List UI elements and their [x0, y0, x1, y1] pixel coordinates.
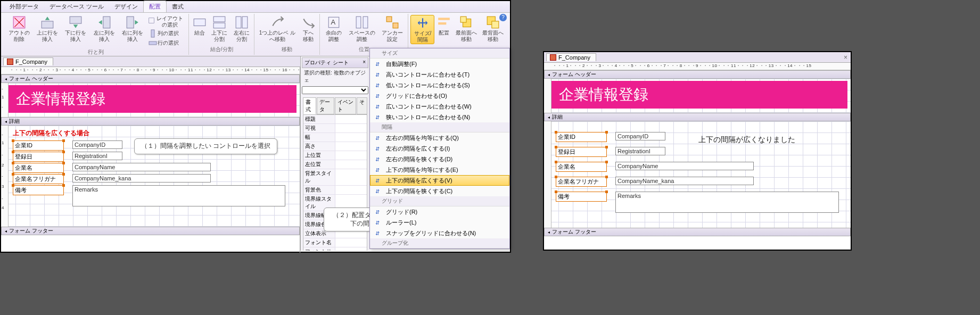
spacing-icon: ⇵	[373, 70, 382, 79]
split-v-button[interactable]: 上下に 分割	[209, 15, 230, 43]
title-label[interactable]: 企業情報登録	[9, 85, 297, 113]
textbox-reg-date[interactable]: RegistrationI	[72, 152, 122, 160]
dd-item[interactable]: ⇵高いコントロールに合わせる(T)	[370, 69, 509, 80]
property-close-icon[interactable]: ×	[363, 59, 366, 67]
dd-item[interactable]: ⇵ルーラー(L)	[370, 217, 509, 228]
spacing-icon: ⇵	[373, 229, 382, 237]
dd-item[interactable]: ⇵上下の間隔を均等にする(E)	[370, 164, 509, 175]
tab-arrange[interactable]: 配置	[143, 1, 167, 12]
label-company-id[interactable]: 企業ID	[13, 140, 64, 151]
prop-row[interactable]: 背景スタイル	[303, 169, 367, 186]
dd-item[interactable]: ⇵狭いコントロールに合わせる(N)	[370, 112, 509, 122]
textbox-remarks[interactable]: Remarks	[72, 185, 285, 206]
prop-row[interactable]: 上位置	[303, 151, 367, 160]
col-select-button[interactable]: 列の選択	[147, 29, 186, 38]
label-company-id-r[interactable]: 企業ID	[556, 132, 607, 142]
property-object-select[interactable]	[302, 86, 368, 94]
tab-format[interactable]: 書式	[167, 1, 189, 12]
insert-col-left-button[interactable]: 左に列を 挿入	[90, 15, 118, 43]
dd-item[interactable]: ⇵上下の間隔を狭くする(C)	[370, 186, 509, 196]
label-company-kana-r[interactable]: 企業名フリガナ	[556, 177, 607, 187]
svg-rect-24	[460, 16, 466, 22]
dd-section-size: サイズ	[370, 48, 509, 59]
dd-item[interactable]: ⇵グリッドに合わせる(O)	[370, 90, 509, 101]
group-merge-split: 結合 上下に 分割 左右に 分割 結合/分割	[189, 14, 255, 55]
form-header-grid-r[interactable]: 企業情報登録	[544, 79, 851, 113]
tab-external-data[interactable]: 外部データ	[4, 1, 44, 12]
label-reg-date[interactable]: 登録日	[13, 152, 64, 162]
insert-col-right-button[interactable]: 右に列を 挿入	[119, 15, 146, 43]
textbox-company-name[interactable]: CompanyName	[72, 163, 211, 171]
tab-db-tools[interactable]: データベース ツール	[44, 1, 109, 12]
dd-item[interactable]: ⇵自動調整(F)	[370, 59, 509, 69]
label-company-kana[interactable]: 企業名フリガナ	[13, 174, 64, 184]
horizontal-ruler-r: ・・・1・・・2・・・3・・・4・・・5・・・6・・・7・・・8・・・9・・・1…	[544, 63, 851, 70]
align-button[interactable]: 配置	[435, 15, 452, 37]
move-up-level-button[interactable]: 1つ上のレベ ルへ移動	[257, 15, 298, 43]
label-reg-date-r[interactable]: 登録日	[556, 147, 607, 157]
spacing-icon: ⇵	[373, 144, 382, 153]
form-detail-grid[interactable]: -1-2-3-4 上下の間隔を広くする場合 企業ID 登録日 企業名 企業名フリ…	[1, 126, 300, 227]
size-space-button[interactable]: サイズ/ 間隔	[410, 15, 434, 44]
textbox-company-name-r[interactable]: CompanyName	[615, 162, 754, 170]
prop-row[interactable]: 可視	[303, 124, 367, 133]
textbox-remarks-r[interactable]: Remarks	[615, 192, 839, 213]
section-form-header[interactable]: フォーム ヘッダー	[1, 74, 300, 83]
textbox-company-kana-r[interactable]: CompanyName_kana	[615, 177, 754, 185]
textbox-reg-date-r[interactable]: RegistrationI	[615, 147, 665, 155]
dd-item[interactable]: ⇵左右の間隔を狭くする(D)	[370, 154, 509, 164]
help-icon[interactable]: ?	[499, 14, 507, 21]
label-remarks-r[interactable]: 備考	[556, 192, 607, 202]
title-label-r[interactable]: 企業情報登録	[551, 81, 847, 109]
textbox-company-kana[interactable]: CompanyName_kana	[72, 174, 211, 183]
textbox-company-id-r[interactable]: CompanyID	[615, 132, 665, 140]
prop-tab-data[interactable]: データ	[317, 97, 334, 114]
bring-front-button[interactable]: 最前面へ 移動	[454, 15, 479, 43]
document-tab-r[interactable]: F_Company	[546, 53, 596, 61]
margin-button[interactable]: A余白の 調整	[322, 15, 345, 43]
form-header-grid[interactable]: -1- 企業情報登録	[1, 83, 300, 117]
close-icon-r[interactable]: ×	[844, 54, 847, 61]
prop-row[interactable]: 左位置	[303, 160, 367, 169]
layout-select-button[interactable]: レイアウトの選択	[147, 15, 186, 29]
insert-row-above-button[interactable]: 上に行を 挿入	[34, 15, 61, 43]
vertical-ruler-detail-r	[544, 121, 551, 228]
form-detail-grid-r[interactable]: 企業ID 登録日 企業名 企業名フリガナ 備考 CompanyID Regist…	[544, 121, 851, 228]
dd-item[interactable]: ⇵上下の間隔を広くする(V)	[370, 175, 509, 186]
anchor-button[interactable]: アンカー 設定	[378, 15, 406, 43]
layout-delete-button[interactable]: アウトの 削除	[5, 15, 32, 43]
prop-tab-event[interactable]: イベント	[335, 97, 356, 114]
section-form-footer[interactable]: フォーム フッター	[1, 227, 300, 235]
insert-row-below-button[interactable]: 下に行を 挿入	[62, 15, 89, 43]
section-form-footer-r[interactable]: フォーム フッター	[544, 228, 851, 236]
dd-item[interactable]: ⇵グリッド(R)	[370, 206, 509, 217]
svg-rect-19	[386, 16, 392, 22]
prop-row[interactable]: 幅	[303, 133, 367, 142]
split-h-button[interactable]: 左右に 分割	[231, 15, 252, 43]
textbox-company-id[interactable]: CompanyID	[72, 140, 122, 149]
prop-row[interactable]: 高さ	[303, 142, 367, 151]
dd-item[interactable]: ⇵広いコントロールに合わせる(W)	[370, 101, 509, 112]
prop-tab-format[interactable]: 書式	[303, 97, 316, 114]
spacing-button[interactable]: スペースの 調整	[347, 15, 377, 43]
label-company-name[interactable]: 企業名	[13, 163, 64, 173]
dd-item[interactable]: ⇵スナップをグリッドに合わせる(N)	[370, 228, 509, 238]
section-detail[interactable]: 詳細	[1, 117, 300, 126]
move-down-button[interactable]: 下へ移動	[299, 15, 317, 43]
prop-row[interactable]: フォント名	[303, 238, 367, 247]
section-detail-r[interactable]: 詳細	[544, 113, 851, 121]
merge-button[interactable]: 結合	[191, 15, 208, 37]
section-form-header-r[interactable]: フォーム ヘッダー	[544, 70, 851, 79]
prop-row[interactable]: 標題	[303, 115, 367, 124]
tab-design[interactable]: デザイン	[109, 1, 143, 12]
prop-row[interactable]: 背景色	[303, 186, 367, 195]
row-select-button[interactable]: 行の選択	[147, 38, 186, 48]
prop-row[interactable]: フォントサイズ	[303, 247, 367, 251]
prop-tab-other[interactable]: そ	[357, 97, 367, 114]
document-tab[interactable]: F_Company	[3, 57, 53, 65]
dd-item[interactable]: ⇵低いコントロールに合わせる(S)	[370, 80, 509, 90]
dd-item[interactable]: ⇵左右の間隔を均等にする(Q)	[370, 132, 509, 143]
dd-item[interactable]: ⇵左右の間隔を広くする(I)	[370, 143, 509, 154]
label-company-name-r[interactable]: 企業名	[556, 162, 607, 172]
label-remarks[interactable]: 備考	[13, 185, 64, 195]
